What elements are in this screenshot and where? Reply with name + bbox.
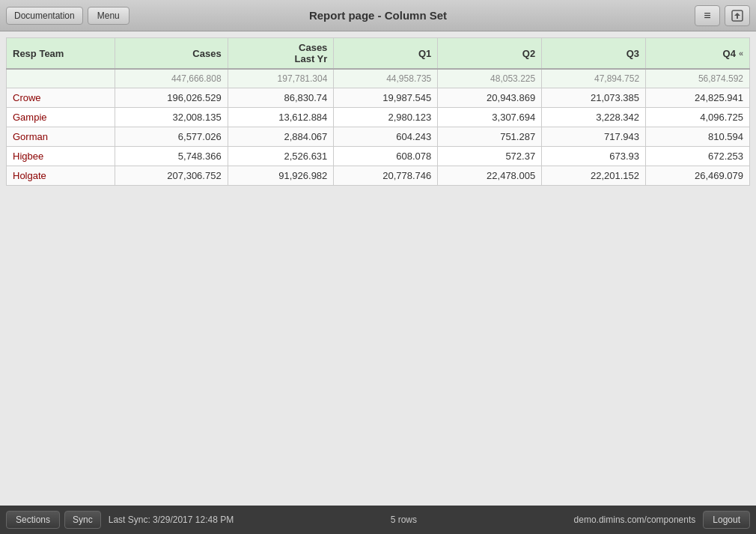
column-header-row: Resp Team Cases CasesLast Yr Q1 Q2 Q3 Q4… <box>7 38 750 70</box>
main-content: Resp Team Cases CasesLast Yr Q1 Q2 Q3 Q4… <box>0 31 756 506</box>
table-row: Gampie 32,008.135 13,612.884 2,980.123 3… <box>7 108 750 127</box>
cell-q3: 717.943 <box>542 127 646 147</box>
report-table: Resp Team Cases CasesLast Yr Q1 Q2 Q3 Q4… <box>6 37 750 186</box>
cell-q1: 608.078 <box>334 147 438 166</box>
total-resp-team <box>7 69 115 88</box>
cell-q3: 21,073.385 <box>542 88 646 108</box>
cell-q1: 20,778.746 <box>334 166 438 186</box>
documentation-button[interactable]: Documentation <box>6 7 83 25</box>
total-q1: 44,958.735 <box>334 69 438 88</box>
cell-cases: 32,008.135 <box>115 108 228 127</box>
cell-q3: 3,228.342 <box>542 108 646 127</box>
col-header-resp-team: Resp Team <box>7 38 115 70</box>
export-icon <box>731 9 744 22</box>
header-right-buttons: ≡ <box>695 5 750 26</box>
cell-q1: 2,980.123 <box>334 108 438 127</box>
total-q2: 48,053.225 <box>438 69 542 88</box>
cell-q1: 604.243 <box>334 127 438 147</box>
table-row: Holgate 207,306.752 91,926.982 20,778.74… <box>7 166 750 186</box>
logout-button[interactable]: Logout <box>703 511 750 529</box>
cell-resp-team: Holgate <box>7 166 115 186</box>
q4-label: Q4 <box>723 48 736 59</box>
cell-q4: 24,825.941 <box>646 88 750 108</box>
menu-button[interactable]: Menu <box>88 7 129 25</box>
cell-cases-last-yr: 2,526.631 <box>228 147 334 166</box>
col-header-q2: Q2 <box>438 38 542 70</box>
table-row: Gorman 6,577.026 2,884.067 604.243 751.2… <box>7 127 750 147</box>
cell-resp-team: Gorman <box>7 127 115 147</box>
total-row: 447,666.808 197,781.304 44,958.735 48,05… <box>7 69 750 88</box>
cell-cases-last-yr: 2,884.067 <box>228 127 334 147</box>
cell-q4: 4,096.725 <box>646 108 750 127</box>
cell-q1: 19,987.545 <box>334 88 438 108</box>
col-header-cases: Cases <box>115 38 228 70</box>
col-header-q3: Q3 <box>542 38 646 70</box>
cell-q2: 20,943.869 <box>438 88 542 108</box>
cell-q4: 810.594 <box>646 127 750 147</box>
header: Documentation Menu Report page - Column … <box>0 0 756 31</box>
cell-q2: 22,478.005 <box>438 166 542 186</box>
total-cases: 447,666.808 <box>115 69 228 88</box>
header-left-buttons: Documentation Menu <box>6 7 129 25</box>
cell-q2: 572.37 <box>438 147 542 166</box>
cell-cases: 5,748.366 <box>115 147 228 166</box>
cell-cases: 207,306.752 <box>115 166 228 186</box>
total-cases-last-yr: 197,781.304 <box>228 69 334 88</box>
col-header-q1: Q1 <box>334 38 438 70</box>
cell-q4: 26,469.079 <box>646 166 750 186</box>
cell-resp-team: Gampie <box>7 108 115 127</box>
cell-q4: 672.253 <box>646 147 750 166</box>
cell-q3: 22,201.152 <box>542 166 646 186</box>
total-q3: 47,894.752 <box>542 69 646 88</box>
sync-button[interactable]: Sync <box>64 511 101 529</box>
footer: Sections Sync Last Sync: 3/29/2017 12:48… <box>0 506 756 534</box>
table-row: Crowe 196,026.529 86,830.74 19,987.545 2… <box>7 88 750 108</box>
hamburger-icon-button[interactable]: ≡ <box>695 5 720 26</box>
cell-q2: 3,307.694 <box>438 108 542 127</box>
total-q4: 56,874.592 <box>646 69 750 88</box>
sections-button[interactable]: Sections <box>6 511 60 529</box>
page-title: Report page - Column Set <box>309 9 447 22</box>
col-header-q4[interactable]: Q4 « <box>646 38 750 70</box>
rows-count: 5 rows <box>234 515 573 525</box>
export-icon-button[interactable] <box>725 5 750 26</box>
collapse-arrow-icon[interactable]: « <box>739 49 743 58</box>
table-row: Higbee 5,748.366 2,526.631 608.078 572.3… <box>7 147 750 166</box>
last-sync-label: Last Sync: 3/29/2017 12:48 PM <box>109 515 234 525</box>
cell-cases: 196,026.529 <box>115 88 228 108</box>
cell-cases-last-yr: 86,830.74 <box>228 88 334 108</box>
cell-q2: 751.287 <box>438 127 542 147</box>
cell-resp-team: Crowe <box>7 88 115 108</box>
cell-cases-last-yr: 91,926.982 <box>228 166 334 186</box>
cell-resp-team: Higbee <box>7 147 115 166</box>
col-header-cases-last-yr: CasesLast Yr <box>228 38 334 70</box>
cell-cases: 6,577.026 <box>115 127 228 147</box>
footer-url: demo.dimins.com/components <box>574 515 696 525</box>
cell-cases-last-yr: 13,612.884 <box>228 108 334 127</box>
cell-q3: 673.93 <box>542 147 646 166</box>
